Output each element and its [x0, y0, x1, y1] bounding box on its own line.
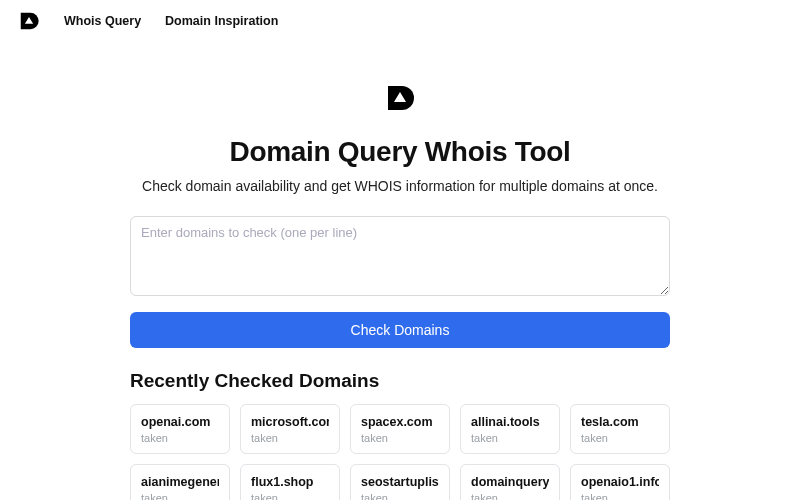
page-title: Domain Query Whois Tool [0, 136, 800, 168]
recent-heading: Recently Checked Domains [130, 370, 670, 392]
recent-domain-name: tesla.com [581, 415, 659, 429]
recent-domain-card[interactable]: aianimegenerator.arttaken [130, 464, 230, 500]
recent-domain-status: taken [361, 492, 439, 500]
recent-domain-name: seostartuplist.com [361, 475, 439, 489]
recent-domain-status: taken [141, 432, 219, 444]
nav-link-whois[interactable]: Whois Query [64, 14, 141, 28]
recent-domain-status: taken [251, 492, 329, 500]
recent-domain-status: taken [141, 492, 219, 500]
main-column: Check Domains Recently Checked Domains o… [130, 216, 670, 500]
nav-link-inspiration[interactable]: Domain Inspiration [165, 14, 278, 28]
recent-domain-name: openaio1.info [581, 475, 659, 489]
recent-domain-name: openai.com [141, 415, 219, 429]
recent-domain-name: domainquery.app [471, 475, 549, 489]
page-subtitle: Check domain availability and get WHOIS … [0, 178, 800, 194]
top-nav: Whois Query Domain Inspiration [0, 0, 800, 42]
recent-domain-card[interactable]: openaio1.infotaken [570, 464, 670, 500]
recent-domain-name: spacex.com [361, 415, 439, 429]
recent-domain-name: flux1.shop [251, 475, 329, 489]
domains-input[interactable] [130, 216, 670, 296]
recent-domain-status: taken [581, 432, 659, 444]
recent-domain-status: taken [471, 492, 549, 500]
recent-domain-card[interactable]: spacex.comtaken [350, 404, 450, 454]
recent-domain-card[interactable]: tesla.comtaken [570, 404, 670, 454]
recent-domain-card[interactable]: allinai.toolstaken [460, 404, 560, 454]
recent-domain-card[interactable]: domainquery.apptaken [460, 464, 560, 500]
recent-domain-name: microsoft.com [251, 415, 329, 429]
recent-domain-status: taken [361, 432, 439, 444]
brand-logo-icon[interactable] [18, 10, 40, 32]
recent-grid: openai.comtakenmicrosoft.comtakenspacex.… [130, 404, 670, 500]
recent-domain-card[interactable]: flux1.shoptaken [240, 464, 340, 500]
brand-logo-icon [384, 82, 416, 118]
hero: Domain Query Whois Tool Check domain ava… [0, 82, 800, 194]
recent-domain-status: taken [471, 432, 549, 444]
recent-domain-name: aianimegenerator.art [141, 475, 219, 489]
recent-domain-name: allinai.tools [471, 415, 549, 429]
check-domains-button[interactable]: Check Domains [130, 312, 670, 348]
recent-domain-card[interactable]: openai.comtaken [130, 404, 230, 454]
recent-domain-status: taken [251, 432, 329, 444]
recent-domain-card[interactable]: microsoft.comtaken [240, 404, 340, 454]
recent-domain-card[interactable]: seostartuplist.comtaken [350, 464, 450, 500]
recent-domain-status: taken [581, 492, 659, 500]
